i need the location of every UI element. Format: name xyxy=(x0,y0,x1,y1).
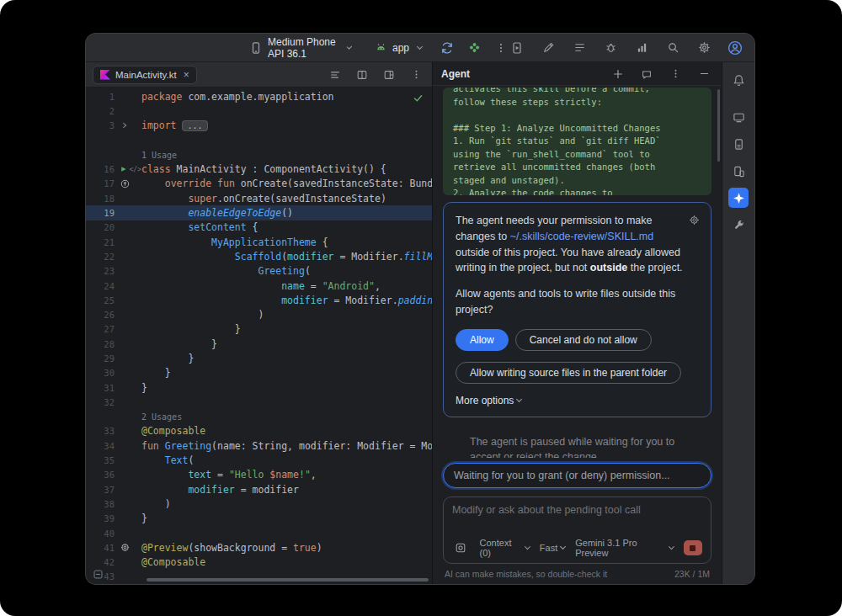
line-number: 37 xyxy=(86,485,115,495)
code-line[interactable]: 18 super.onCreate(savedInstanceState) xyxy=(86,191,432,205)
compose-edit-button[interactable] xyxy=(539,39,557,57)
code-line[interactable]: 30 } xyxy=(86,366,432,380)
code-line[interactable]: 36 text = "Hello $name!", xyxy=(86,468,432,482)
allow-button[interactable]: Allow xyxy=(456,329,509,351)
editor-options-button[interactable] xyxy=(326,66,344,84)
code-text: Text( xyxy=(141,454,432,466)
skill-file-link[interactable]: ~/.skills/code-review/SKILL.md xyxy=(510,231,654,242)
chevron-down-icon xyxy=(525,544,530,550)
code-line[interactable]: 26 ) xyxy=(86,307,432,321)
agent-more-button[interactable] xyxy=(666,65,685,83)
run-button[interactable] xyxy=(467,39,481,57)
code-line[interactable]: 19 enableEdgeToEdge() xyxy=(86,205,432,220)
permission-settings-button[interactable] xyxy=(685,210,703,229)
compose-preview-gutter-icon[interactable] xyxy=(115,543,141,552)
code-line[interactable]: 2 Usages xyxy=(86,410,432,424)
code-line[interactable]: 2 xyxy=(86,104,432,118)
close-tab-icon[interactable]: × xyxy=(184,70,189,80)
logcat-button[interactable] xyxy=(570,39,589,57)
status-widget-icon[interactable] xyxy=(93,569,104,580)
profiler-button[interactable] xyxy=(632,39,651,57)
override-method-gutter-icon[interactable] xyxy=(115,179,141,189)
new-chat-button[interactable] xyxy=(609,65,627,83)
profiler-icon xyxy=(636,41,648,54)
fold-region-icon[interactable] xyxy=(115,121,141,130)
code-line[interactable]: 28 } xyxy=(86,337,432,351)
profile-avatar-button[interactable] xyxy=(726,39,744,57)
toolbar-more-button[interactable] xyxy=(494,39,508,57)
code-line[interactable]: 37 modifier = modifier xyxy=(86,482,432,497)
code-line[interactable]: 39} xyxy=(86,512,432,526)
more-options-button[interactable]: More options xyxy=(456,395,699,406)
code-line[interactable]: 29 } xyxy=(86,351,432,365)
prompt-compose-box[interactable]: Modify or ask about the pending tool cal… xyxy=(443,497,711,564)
run-spark-icon xyxy=(468,41,481,54)
device-streaming-icon xyxy=(510,41,524,55)
code-line[interactable]: 40 xyxy=(86,526,432,540)
device-mirroring-button[interactable] xyxy=(728,107,749,127)
code-line[interactable]: 38 ) xyxy=(86,497,432,511)
code-line[interactable]: 43 xyxy=(86,570,432,584)
code-line[interactable] xyxy=(86,133,432,147)
inspections-passed-icon[interactable] xyxy=(413,93,424,104)
stop-button[interactable] xyxy=(684,540,702,555)
chat-scroll-area[interactable]: activates this skill before a commit, fo… xyxy=(433,86,722,458)
chevron-down-icon xyxy=(516,396,522,401)
code-area[interactable]: 1package com.example.myapplication23impo… xyxy=(86,88,432,584)
split-editor-button[interactable] xyxy=(353,66,371,84)
code-line[interactable]: 27 } xyxy=(86,322,432,337)
kebab-icon xyxy=(495,42,507,54)
settings-button[interactable] xyxy=(695,39,713,57)
app-inspection-button[interactable] xyxy=(601,39,620,57)
code-line[interactable]: 1package com.example.myapplication xyxy=(86,89,432,104)
tab-mainactivity[interactable]: MainActivity.kt × xyxy=(93,66,197,84)
code-line[interactable]: 34fun Greeting(name: String, modifier: M… xyxy=(86,438,432,453)
context-dropdown[interactable]: Context (0) xyxy=(480,538,530,558)
code-line[interactable]: 3import ... xyxy=(86,119,432,133)
code-line[interactable]: 21 MyApplicationTheme { xyxy=(86,235,432,249)
sync-project-button[interactable] xyxy=(440,39,454,57)
code-line[interactable]: 22 Scaffold(modifier = Modifier.fillMaxS… xyxy=(86,249,432,263)
code-line[interactable]: 23 Greeting( xyxy=(86,264,432,279)
code-line[interactable]: 35 Text( xyxy=(86,453,432,467)
horizontal-scrollbar[interactable] xyxy=(147,578,429,581)
run-configuration-selector[interactable]: app xyxy=(370,39,427,56)
model-dropdown[interactable]: Gemini 3.1 Pro Preview xyxy=(575,538,673,558)
run-class-gutter-icon[interactable]: </> xyxy=(115,165,141,173)
right-tool-strip xyxy=(722,62,754,584)
device-selector[interactable]: Medium Phone API 36.1 xyxy=(244,34,356,62)
waiting-permission-input[interactable]: Waiting for you to grant (or deny) permi… xyxy=(443,463,711,488)
search-everywhere-button[interactable] xyxy=(663,39,682,57)
code-line[interactable]: 31} xyxy=(86,380,432,395)
build-tools-button[interactable] xyxy=(728,215,749,235)
line-number: 28 xyxy=(86,339,115,349)
line-number: 34 xyxy=(86,441,115,451)
code-line[interactable]: 33@Composable xyxy=(86,424,432,438)
editor-more-button[interactable] xyxy=(407,66,425,84)
line-number: 41 xyxy=(86,543,115,553)
device-explorer-button[interactable] xyxy=(728,134,749,154)
code-line[interactable]: 17 override fun onCreate(savedInstanceSt… xyxy=(86,177,432,191)
code-line[interactable]: 42@Composable xyxy=(86,555,432,570)
hide-panel-button[interactable] xyxy=(695,65,713,83)
code-line[interactable]: 41@Preview(showBackground = true) xyxy=(86,540,432,555)
code-line[interactable]: 20 setContent { xyxy=(86,220,432,235)
chat-history-button[interactable] xyxy=(637,65,656,83)
code-line[interactable]: 32 xyxy=(86,395,432,409)
code-line[interactable]: 16</>class MainActivity : ComponentActiv… xyxy=(86,162,432,176)
allow-parent-folder-button[interactable]: Allow writing source files in the parent… xyxy=(456,362,681,384)
code-text: } xyxy=(141,382,432,394)
gemini-agent-button[interactable] xyxy=(728,188,749,208)
chat-scrollbar[interactable] xyxy=(717,89,720,162)
device-streaming-button[interactable] xyxy=(508,39,526,57)
cancel-button[interactable]: Cancel and do not allow xyxy=(515,329,652,351)
code-line[interactable]: 25 modifier = Modifier.padding(paddingVa… xyxy=(86,293,432,307)
speed-dropdown[interactable]: Fast xyxy=(540,543,565,553)
code-line[interactable]: 1 Usage xyxy=(86,147,432,162)
preview-layout-button[interactable] xyxy=(380,66,398,84)
attach-context-button[interactable] xyxy=(452,539,470,557)
running-devices-button[interactable] xyxy=(728,161,749,181)
code-line[interactable]: 24 name = "Android", xyxy=(86,279,432,293)
code-text: @Composable xyxy=(141,425,432,437)
notifications-bell-button[interactable] xyxy=(728,70,749,90)
